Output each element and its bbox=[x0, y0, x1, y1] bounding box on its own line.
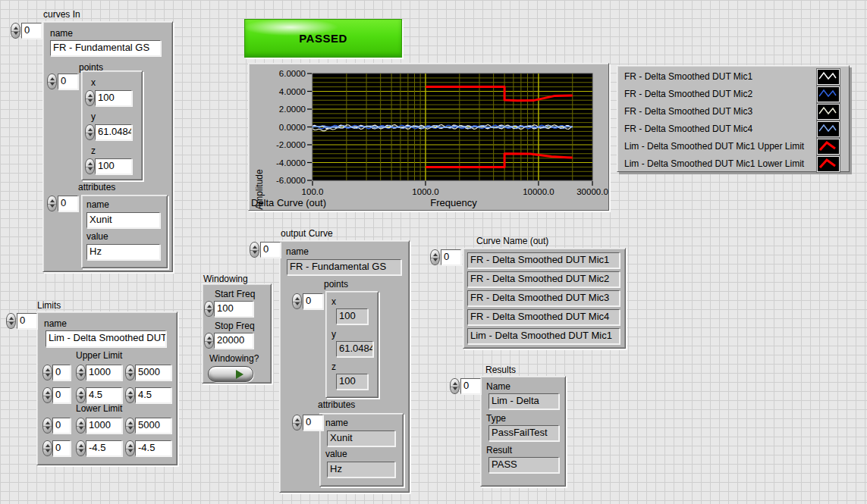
output-curve-label: output Curve bbox=[281, 228, 333, 239]
lower-freq-index-field[interactable]: 0 bbox=[52, 418, 71, 434]
legend-row[interactable]: Lim - Delta Smoothed DUT Mic1 Lower Limi… bbox=[617, 155, 849, 172]
z-spinner[interactable] bbox=[85, 158, 95, 174]
attr-name-label: name bbox=[86, 199, 109, 210]
attr-value-field[interactable]: Hz bbox=[86, 244, 160, 260]
lower-amp-0-field[interactable]: -4.5 bbox=[86, 440, 122, 456]
curves-in-index-spinner[interactable] bbox=[11, 23, 20, 39]
svg-text:-2.0000: -2.0000 bbox=[276, 140, 306, 149]
points-index-spinner[interactable] bbox=[47, 74, 57, 89]
legend-entry-label: FR - Delta Smoothed DUT Mic1 bbox=[617, 71, 752, 82]
lower-freq-index-spinner[interactable] bbox=[42, 418, 52, 434]
upper-amp-index-field[interactable]: 0 bbox=[52, 387, 71, 403]
output-curve-index-field[interactable]: 0 bbox=[260, 242, 281, 258]
svg-text:2.0000: 2.0000 bbox=[279, 105, 306, 114]
output-name-label: name bbox=[286, 246, 309, 257]
lower-amp-1-spinner[interactable] bbox=[125, 440, 135, 456]
upper-amp-1-field[interactable]: 4.5 bbox=[135, 387, 171, 403]
output-x-field: 100 bbox=[336, 308, 368, 324]
stop-freq-spinner[interactable] bbox=[204, 333, 214, 349]
upper-amp-index-spinner[interactable] bbox=[42, 387, 52, 403]
start-freq-field[interactable]: 100 bbox=[214, 301, 253, 317]
legend-line-sample[interactable] bbox=[817, 69, 840, 85]
output-attr-value-field: Hz bbox=[327, 462, 395, 477]
legend-row[interactable]: FR - Delta Smoothed DUT Mic2 bbox=[617, 86, 849, 102]
upper-freq-1-field[interactable]: 5000 bbox=[135, 365, 171, 380]
output-curve-index-spinner[interactable] bbox=[250, 242, 259, 258]
svg-text:0.0000: 0.0000 bbox=[279, 123, 306, 132]
output-points-index-field[interactable]: 0 bbox=[303, 293, 323, 309]
upper-freq-0-field[interactable]: 1000 bbox=[86, 365, 122, 380]
attributes-index-field[interactable]: 0 bbox=[58, 196, 78, 211]
lower-amp-1-field[interactable]: -4.5 bbox=[135, 440, 171, 456]
passed-indicator-label: PASSED bbox=[299, 32, 347, 45]
output-attributes-index-field[interactable]: 0 bbox=[303, 415, 323, 430]
attr-name-field[interactable]: Xunit bbox=[86, 212, 160, 228]
upper-amp-0-field[interactable]: 4.5 bbox=[86, 387, 122, 403]
limits-name-field[interactable]: Lim - Delta Smoothed DUT bbox=[46, 330, 166, 347]
x-field[interactable]: 100 bbox=[95, 90, 132, 106]
graph-plot-area: 6.00004.00002.00000.0000-2.0000-4.0000-6… bbox=[249, 64, 608, 210]
upper-freq-1-spinner[interactable] bbox=[125, 365, 135, 380]
lower-amp-0-spinner[interactable] bbox=[76, 440, 86, 456]
lower-freq-0-spinner[interactable] bbox=[76, 418, 86, 434]
svg-text:100.0: 100.0 bbox=[302, 187, 324, 196]
output-points-index-spinner[interactable] bbox=[292, 293, 302, 309]
points-index-field[interactable]: 0 bbox=[58, 74, 78, 89]
output-y-field: 61.0484 bbox=[336, 341, 373, 357]
lower-freq-1-spinner[interactable] bbox=[125, 418, 135, 434]
curve-name-item: FR - Delta Smoothed DUT Mic3 bbox=[467, 290, 620, 306]
legend-line-sample[interactable] bbox=[817, 121, 840, 137]
curves-in-name-field[interactable]: FR - Fundamental GS bbox=[50, 40, 161, 56]
legend-line-sample[interactable] bbox=[817, 86, 840, 102]
upper-amp-1-spinner[interactable] bbox=[125, 387, 135, 403]
output-attributes-index-spinner[interactable] bbox=[292, 415, 302, 430]
results-index-field[interactable]: 0 bbox=[460, 378, 481, 394]
curves-in-label: curves In bbox=[43, 9, 80, 20]
y-spinner[interactable] bbox=[85, 124, 95, 140]
limits-index-field[interactable]: 0 bbox=[17, 313, 37, 329]
output-y-label: y bbox=[331, 329, 336, 340]
lower-freq-1-field[interactable]: 5000 bbox=[135, 418, 171, 434]
passed-indicator: PASSED bbox=[244, 19, 402, 58]
result-type-field: PassFailTest bbox=[488, 425, 559, 441]
result-type-label: Type bbox=[486, 413, 506, 424]
graph-name-label: Delta Curve (out) bbox=[251, 197, 326, 208]
windowing-toggle-button[interactable] bbox=[208, 366, 253, 382]
legend-row[interactable]: Lim - Delta Smoothed DUT Mic1 Upper Limi… bbox=[617, 138, 849, 155]
results-index-spinner[interactable] bbox=[450, 378, 460, 394]
windowing-toggle-label: Windowing? bbox=[209, 353, 259, 364]
svg-text:-4.0000: -4.0000 bbox=[276, 158, 306, 167]
results-label: Results bbox=[485, 365, 516, 375]
svg-text:30000.0: 30000.0 bbox=[576, 187, 608, 196]
curve-name-index-spinner[interactable] bbox=[430, 249, 440, 265]
curve-name-out-label: Curve Name (out) bbox=[476, 236, 548, 246]
z-label: z bbox=[91, 146, 96, 156]
curve-name-index-field[interactable]: 0 bbox=[441, 249, 461, 265]
svg-text:10000.0: 10000.0 bbox=[523, 187, 554, 196]
upper-freq-index-spinner[interactable] bbox=[42, 365, 52, 380]
attr-value-label: value bbox=[86, 231, 108, 242]
lower-amp-index-spinner[interactable] bbox=[42, 440, 52, 456]
lower-freq-0-field[interactable]: 1000 bbox=[86, 418, 122, 434]
legend-line-sample[interactable] bbox=[817, 139, 840, 155]
curves-in-index-field[interactable]: 0 bbox=[21, 23, 42, 39]
legend-row[interactable]: FR - Delta Smoothed DUT Mic3 bbox=[617, 103, 849, 120]
upper-freq-0-spinner[interactable] bbox=[76, 365, 86, 380]
y-field[interactable]: 61.0484 bbox=[95, 124, 132, 140]
svg-text:4.0000: 4.0000 bbox=[279, 87, 306, 96]
upper-amp-0-spinner[interactable] bbox=[76, 387, 86, 403]
svg-text:1000.0: 1000.0 bbox=[412, 187, 438, 196]
stop-freq-label: Stop Freq bbox=[215, 321, 255, 331]
legend-row[interactable]: FR - Delta Smoothed DUT Mic1 bbox=[617, 68, 849, 85]
x-spinner[interactable] bbox=[85, 90, 95, 106]
stop-freq-field[interactable]: 20000 bbox=[214, 333, 253, 349]
limits-index-spinner[interactable] bbox=[6, 313, 16, 329]
legend-row[interactable]: FR - Delta Smoothed DUT Mic4 bbox=[617, 121, 849, 137]
z-field[interactable]: 100 bbox=[95, 158, 132, 174]
legend-line-sample[interactable] bbox=[817, 104, 840, 120]
legend-line-sample[interactable] bbox=[817, 156, 840, 172]
attributes-index-spinner[interactable] bbox=[47, 196, 57, 211]
start-freq-spinner[interactable] bbox=[204, 301, 214, 317]
lower-amp-index-field[interactable]: 0 bbox=[52, 440, 71, 456]
upper-freq-index-field[interactable]: 0 bbox=[52, 365, 71, 380]
